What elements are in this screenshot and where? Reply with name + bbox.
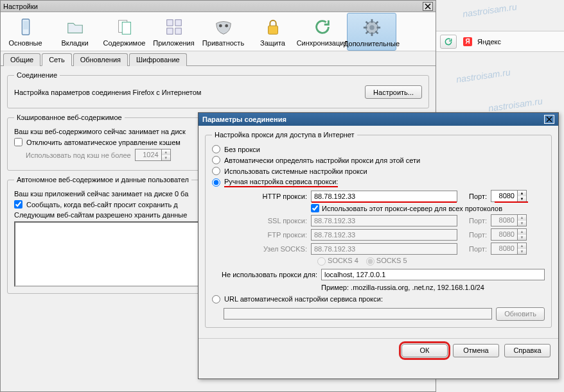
toolbar-privacy[interactable]: Приватность [198, 13, 248, 51]
top-toolbar: Основные Вкладки Содержимое Приложения П… [1, 12, 436, 51]
svg-rect-1 [23, 21, 28, 30]
socks-port-input: 8080▲▼ [491, 243, 527, 255]
tab-general[interactable]: Общие [3, 53, 40, 66]
http-proxy-label: HTTP прокси: [224, 192, 307, 200]
connection-dialog-titlebar: Параметры соединения [198, 113, 558, 126]
configure-connection-button[interactable]: Настроить... [365, 85, 422, 99]
label-no-proxy: Без прокси [224, 146, 260, 153]
svg-rect-6 [166, 28, 172, 34]
label-url-proxy: URL автоматической настройки сервиса про… [224, 295, 383, 303]
page-icon [114, 17, 135, 37]
offline-legend: Автономное веб-содержимое и данные польз… [14, 176, 191, 183]
toolbar-label: Содержимое [103, 39, 146, 47]
notify-offline-checkbox[interactable] [14, 200, 22, 209]
cancel-button[interactable]: Отмена [453, 344, 499, 357]
tab-network[interactable]: Сеть [42, 53, 71, 66]
toolbar-security[interactable]: Защита [248, 13, 297, 51]
mask-icon [213, 17, 234, 37]
svg-line-17 [366, 22, 368, 24]
ssl-proxy-label: SSL прокси: [224, 217, 307, 225]
offline-desc: Ваш кэш приложений сейчас занимает на ди… [14, 190, 188, 198]
socks-proxy-input [311, 243, 457, 255]
connection-legend: Соединение [14, 71, 60, 79]
svg-rect-5 [175, 20, 181, 26]
toolbar-label: Приватность [202, 39, 244, 47]
toolbar-general[interactable]: Основные [1, 13, 50, 51]
svg-line-19 [375, 22, 378, 24]
cache-size-input: 1024 ▲▼ [135, 149, 171, 161]
svg-rect-10 [268, 26, 278, 34]
close-icon [425, 3, 431, 10]
proxy-fieldset: Настройка прокси для доступа в Интернет … [205, 131, 552, 328]
radio-manual-proxy[interactable] [212, 178, 220, 187]
toolbar-label: Защита [260, 39, 285, 47]
http-port-label: Порт: [457, 192, 487, 200]
toolbar-advanced[interactable]: Дополнительные [347, 13, 396, 51]
socks-port-label: Порт: [457, 245, 487, 253]
lock-icon [263, 17, 283, 37]
radio-url-proxy[interactable] [212, 295, 220, 303]
toolbar-sync[interactable]: Синхронизация [297, 13, 347, 51]
disable-auto-cache-checkbox[interactable] [14, 138, 22, 146]
svg-point-12 [369, 25, 375, 30]
connection-dialog-title: Параметры соединения [202, 115, 286, 123]
reload-pac-button: Обновить [496, 307, 545, 321]
no-proxy-example: Пример: .mozilla-russia.org, .net.nz, 19… [321, 284, 545, 291]
label-socks4: SOCKS 4 [328, 257, 358, 264]
ftp-port-input: 8080▲▼ [491, 228, 527, 241]
toolbar-apps[interactable]: Приложения [149, 13, 198, 51]
radio-socks5 [366, 257, 375, 266]
apps-icon [164, 17, 184, 37]
pac-url-input [224, 308, 492, 320]
svg-point-9 [225, 24, 228, 28]
cache-desc: Ваш кэш веб-содержимого сейчас занимает … [14, 128, 186, 135]
folder-icon [65, 17, 85, 37]
ftp-proxy-input [311, 229, 457, 241]
reload-icon [444, 37, 453, 46]
notify-offline-label: Сообщать, когда веб-сайт просит сохранит… [26, 201, 178, 209]
yandex-icon: Я [463, 37, 472, 46]
radio-no-proxy[interactable] [212, 145, 220, 153]
http-proxy-input[interactable] [311, 191, 457, 202]
close-button[interactable] [423, 2, 433, 11]
no-proxy-for-input[interactable] [321, 269, 545, 280]
label-system-proxy: Использовать системные настройки прокси [224, 167, 367, 175]
help-button[interactable]: Справка [504, 344, 551, 357]
reload-button[interactable] [440, 35, 457, 49]
toolbar-label: Синхронизация [297, 39, 348, 47]
connection-desc: Настройка параметров соединения Firefox … [14, 89, 201, 96]
svg-line-18 [375, 31, 378, 34]
radio-auto-detect[interactable] [212, 156, 220, 164]
connection-fieldset: Соединение Настройка параметров соединен… [7, 71, 429, 108]
tab-encryption[interactable]: Шифрование [129, 53, 187, 66]
close-icon [546, 116, 552, 123]
toolbar-tabs[interactable]: Вкладки [50, 13, 100, 51]
ok-button[interactable]: ОК [401, 344, 448, 357]
gear-icon [362, 17, 382, 38]
toolbar-label: Вкладки [61, 39, 88, 47]
tab-updates[interactable]: Обновления [73, 53, 128, 66]
phone-icon [15, 17, 36, 37]
browser-toolbar: Я Яндекс [436, 31, 564, 52]
ssl-proxy-input [311, 215, 457, 226]
ssl-port-label: Порт: [457, 217, 487, 225]
http-port-input[interactable]: 8080▲▼ [491, 190, 527, 202]
radio-system-proxy[interactable] [212, 167, 220, 175]
settings-titlebar: Настройки [1, 1, 436, 12]
use-for-all-checkbox[interactable] [311, 204, 319, 212]
svg-rect-7 [175, 28, 181, 34]
close-button[interactable] [544, 115, 554, 124]
no-proxy-for-label: Не использовать прокси для: [212, 271, 317, 278]
ftp-port-label: Порт: [457, 231, 487, 239]
use-for-all-label: Использовать этот прокси-сервер для всех… [322, 205, 502, 212]
radio-socks4 [317, 257, 326, 266]
toolbar-content[interactable]: Содержимое [100, 13, 149, 51]
label-socks5: SOCKS 5 [376, 257, 407, 264]
sync-icon [312, 17, 333, 37]
connection-dialog: Параметры соединения Настройка прокси дл… [198, 112, 559, 379]
subtabs: Общие Сеть Обновления Шифрование [1, 51, 436, 66]
settings-title: Настройки [3, 3, 38, 10]
label-auto-detect: Автоматически определять настройки прокс… [224, 157, 420, 164]
offline-sites-label: Следующим веб-сайтам разрешено хранить д… [14, 211, 187, 219]
label-manual-proxy: Ручная настройка сервиса прокси: [224, 178, 338, 187]
